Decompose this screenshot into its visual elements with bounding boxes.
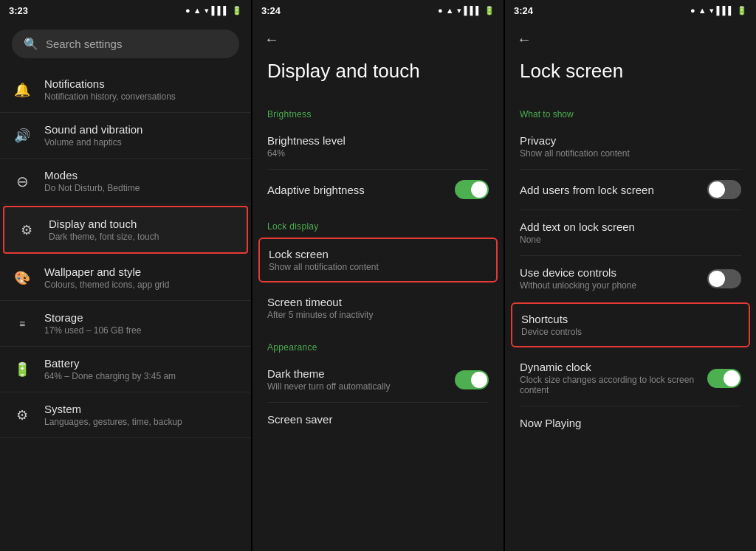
screen-timeout-subtitle: After 5 minutes of inactivity [267, 310, 489, 320]
settings-item-system[interactable]: ⚙ System Languages, gestures, time, back… [0, 392, 251, 438]
wifi-icon: ▾ [205, 6, 209, 15]
settings-item-storage[interactable]: ≡ Storage 17% used – 106 GB free [0, 301, 251, 347]
now-playing-text: Now Playing [520, 417, 741, 429]
add-users-title: Add users from lock screen [520, 184, 698, 196]
battery-icon-3: 🔋 [737, 6, 747, 15]
dynamic-clock-text: Dynamic clock Clock size changes accordi… [520, 361, 698, 395]
system-subtitle: Languages, gestures, time, backup [44, 417, 239, 427]
storage-text: Storage 17% used – 106 GB free [44, 311, 239, 336]
modes-subtitle: Do Not Disturb, Bedtime [44, 183, 239, 193]
shortcuts-row[interactable]: Shortcuts Device controls [511, 302, 750, 347]
display-touch-panel: 3:24 ● ▲ ▾ ▌▌▌ 🔋 ← Display and touch Bri… [251, 0, 504, 551]
shortcuts-title: Shortcuts [521, 313, 740, 325]
modes-text: Modes Do Not Disturb, Bedtime [44, 169, 239, 193]
main-settings-content: 🔍 Search settings 🔔 Notifications Notifi… [0, 21, 251, 551]
battery-text: Battery 64% – Done charging by 3:45 am [44, 357, 239, 381]
search-placeholder: Search settings [46, 38, 122, 50]
main-settings-panel: 3:23 ● ▲ ▾ ▌▌▌ 🔋 🔍 Search settings 🔔 Not… [0, 0, 251, 551]
signal-bars-icon: ▌▌▌ [212, 6, 229, 15]
lock-screen-panel: 3:24 ● ▲ ▾ ▌▌▌ 🔋 ← Lock screen What to s… [504, 0, 756, 551]
device-controls-subtitle: Without unlocking your phone [520, 280, 698, 291]
back-button-2[interactable]: ← [252, 21, 285, 54]
status-time-3: 3:24 [514, 5, 533, 16]
wallpaper-icon: 🎨 [12, 268, 32, 288]
notifications-text: Notifications Notification history, conv… [44, 77, 239, 102]
vpn-icon-2: ▲ [446, 6, 454, 15]
display-touch-title: Display and touch [252, 54, 504, 97]
device-controls-toggle[interactable] [707, 269, 741, 288]
settings-item-wallpaper[interactable]: 🎨 Wallpaper and style Colours, themed ic… [0, 255, 251, 301]
brightness-level-subtitle: 64% [267, 148, 489, 159]
device-controls-title: Use device controls [520, 266, 698, 279]
lock-screen-title: Lock screen [269, 248, 487, 260]
back-button-3[interactable]: ← [505, 21, 537, 54]
display-title: Display and touch [49, 218, 235, 230]
privacy-subtitle: Show all notification content [520, 148, 741, 159]
lock-screen-content: ← Lock screen What to show Privacy Show … [505, 21, 756, 551]
status-icons-1: ● ▲ ▾ ▌▌▌ 🔋 [185, 6, 242, 15]
settings-item-notifications[interactable]: 🔔 Notifications Notification history, co… [0, 67, 251, 113]
privacy-text: Privacy Show all notification content [520, 134, 741, 159]
search-bar[interactable]: 🔍 Search settings [12, 30, 239, 58]
dark-theme-subtitle: Will never turn off automatically [267, 381, 446, 392]
brightness-level-text: Brightness level 64% [267, 134, 489, 159]
dark-theme-row[interactable]: Dark theme Will never turn off automatic… [252, 357, 504, 402]
dynamic-clock-row[interactable]: Dynamic clock Clock size changes accordi… [505, 350, 756, 406]
status-bar-2: 3:24 ● ▲ ▾ ▌▌▌ 🔋 [252, 0, 504, 21]
add-users-toggle[interactable] [707, 180, 741, 199]
notif-icon-2: ● [438, 6, 443, 15]
lock-screen-text: Lock screen Show all notification conten… [269, 248, 487, 272]
settings-item-modes[interactable]: ⊖ Modes Do Not Disturb, Bedtime [0, 159, 251, 204]
lock-display-section-header: Lock display [252, 209, 504, 236]
status-bar-3: 3:24 ● ▲ ▾ ▌▌▌ 🔋 [505, 0, 756, 21]
lock-screen-row[interactable]: Lock screen Show all notification conten… [258, 238, 498, 283]
appearance-section-header: Appearance [252, 330, 504, 357]
add-users-row[interactable]: Add users from lock screen [505, 170, 756, 209]
wifi-icon-2: ▾ [457, 6, 461, 15]
add-text-row[interactable]: Add text on lock screen None [505, 210, 756, 255]
sound-icon: 🔊 [12, 125, 32, 146]
display-touch-content: ← Display and touch Brightness Brightnes… [252, 21, 504, 551]
brightness-level-row[interactable]: Brightness level 64% [252, 124, 504, 169]
dynamic-clock-title: Dynamic clock [520, 361, 698, 373]
brightness-section-header: Brightness [252, 97, 504, 124]
privacy-row[interactable]: Privacy Show all notification content [505, 124, 756, 169]
screen-timeout-row[interactable]: Screen timeout After 5 minutes of inacti… [252, 285, 504, 330]
battery-subtitle: 64% – Done charging by 3:45 am [44, 371, 239, 381]
notifications-icon: 🔔 [12, 80, 32, 100]
screen-saver-text: Screen saver [267, 413, 489, 426]
device-controls-row[interactable]: Use device controls Without unlocking yo… [505, 256, 756, 301]
wallpaper-title: Wallpaper and style [44, 266, 239, 278]
dark-theme-title: Dark theme [267, 367, 446, 380]
status-icons-2: ● ▲ ▾ ▌▌▌ 🔋 [438, 6, 495, 15]
status-time-2: 3:24 [261, 5, 281, 16]
storage-icon: ≡ [12, 313, 32, 334]
dark-theme-toggle[interactable] [455, 370, 489, 389]
now-playing-row[interactable]: Now Playing [505, 406, 756, 440]
system-title: System [44, 403, 239, 415]
lock-screen-title-main: Lock screen [505, 54, 756, 97]
system-icon: ⚙ [12, 405, 32, 426]
adaptive-brightness-title: Adaptive brightness [267, 184, 446, 196]
wifi-icon-3: ▾ [709, 6, 714, 15]
adaptive-brightness-toggle[interactable] [455, 180, 489, 199]
settings-item-battery[interactable]: 🔋 Battery 64% – Done charging by 3:45 am [0, 347, 251, 392]
adaptive-brightness-row[interactable]: Adaptive brightness [252, 170, 504, 209]
privacy-title: Privacy [520, 134, 741, 147]
screen-saver-row[interactable]: Screen saver [252, 403, 504, 436]
sound-title: Sound and vibration [44, 123, 239, 136]
add-text-text: Add text on lock screen None [520, 221, 741, 245]
settings-item-sound[interactable]: 🔊 Sound and vibration Volume and haptics [0, 113, 251, 159]
notifications-title: Notifications [44, 77, 239, 90]
dark-theme-knob [471, 372, 487, 388]
dynamic-clock-toggle[interactable] [707, 369, 741, 388]
dark-theme-text: Dark theme Will never turn off automatic… [267, 367, 446, 392]
settings-item-display[interactable]: ⚙ Display and touch Dark theme, font siz… [3, 206, 248, 254]
battery-icon: 🔋 [232, 6, 242, 15]
vpn-icon: ▲ [193, 6, 202, 15]
notification-icon: ● [185, 6, 190, 15]
screen-timeout-text: Screen timeout After 5 minutes of inacti… [267, 296, 489, 320]
search-icon: 🔍 [24, 37, 38, 51]
signal-icon-3: ▌▌▌ [717, 6, 734, 15]
storage-title: Storage [44, 311, 239, 324]
